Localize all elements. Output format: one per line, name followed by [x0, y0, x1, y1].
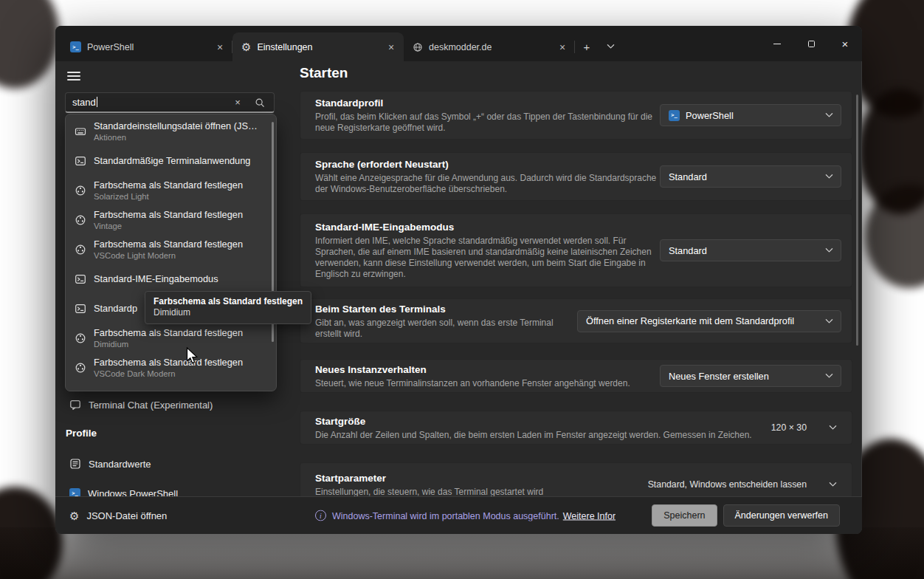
setting-row-ime: Standard-IME-Eingabemodus Informiert den… — [300, 213, 852, 287]
windows-terminal-window: >_ PowerShell × ⚙ Einstellungen × deskmo… — [55, 26, 862, 534]
open-json-button[interactable]: ⚙ JSON-Datei öffnen — [69, 510, 167, 521]
launch-parameters-expander[interactable]: Standard, Windows entscheiden lassen — [648, 479, 841, 490]
clear-search-icon[interactable]: × — [230, 95, 246, 111]
tab-label: Einstellungen — [257, 42, 312, 52]
sidebar-item-label: Terminal Chat (Experimental) — [89, 400, 213, 411]
result-title: Standardmäßige Terminalanwendung — [94, 155, 250, 167]
result-title: Standardp — [94, 303, 137, 315]
search-result[interactable]: Standardmäßige Terminalanwendung — [66, 146, 276, 176]
setting-title: Neues Instanzverhalten — [315, 363, 630, 376]
default-profile-dropdown[interactable]: >_ PowerShell — [660, 104, 841, 126]
language-dropdown[interactable]: Standard — [660, 165, 841, 188]
result-subtitle: Dimidium — [94, 339, 243, 349]
search-icon[interactable] — [252, 95, 268, 111]
chevron-down-icon — [829, 482, 837, 487]
sidebar-item-windows-powershell[interactable]: >_ Windows PowerShell — [55, 480, 288, 496]
ime-mode-dropdown[interactable]: Standard — [660, 239, 841, 261]
setting-description: Gibt an, was angezeigt werden soll, wenn… — [315, 318, 570, 340]
result-subtitle: Vintage — [94, 221, 243, 231]
result-subtitle: Solarized Light — [94, 191, 243, 202]
keyboard-icon — [75, 126, 86, 137]
search-result[interactable]: Farbschema als Standard festlegen Vintag… — [66, 205, 276, 235]
setting-title: Sprache (erfordert Neustart) — [315, 158, 660, 171]
tab-powershell[interactable]: >_ PowerShell × — [61, 32, 232, 61]
palette-icon — [75, 214, 86, 226]
search-result[interactable]: Standardeinstellungsdatei öffnen (JS… Ak… — [66, 117, 276, 146]
sidebar-item-terminal-chat[interactable]: Terminal Chat (Experimental) — [55, 391, 288, 418]
expander-value: 120 × 30 — [771, 422, 807, 433]
search-result[interactable]: Farbschema als Standard festlegen Solari… — [66, 176, 276, 205]
learn-more-link[interactable]: Weitere Infor — [563, 510, 616, 521]
nav-menu-button[interactable] — [64, 67, 83, 83]
maximize-button[interactable] — [794, 26, 828, 61]
mouse-cursor — [186, 347, 199, 368]
palette-icon — [75, 362, 86, 374]
open-json-label: JSON-Datei öffnen — [86, 510, 167, 521]
result-title: Farbschema als Standard festlegen — [94, 209, 243, 221]
terminal-icon — [75, 303, 86, 315]
tab-deskmodder[interactable]: deskmodder.de × — [404, 32, 575, 61]
chevron-down-icon — [825, 373, 833, 379]
tab-close-icon[interactable]: × — [383, 39, 399, 55]
main-scrollbar[interactable] — [856, 95, 858, 346]
result-title: Farbschema als Standard festlegen — [94, 179, 243, 191]
search-result[interactable]: Farbschema als Standard festlegen Dimidi… — [66, 323, 276, 353]
info-icon: i — [315, 510, 326, 521]
water-reflection — [0, 527, 924, 579]
gear-icon: ⚙ — [241, 41, 251, 52]
search-result[interactable]: Standard-IME-Eingabemodus — [66, 264, 276, 294]
launch-mode-dropdown[interactable]: Öffnen einer Registerkarte mit dem Stand… — [577, 310, 841, 332]
setting-title: Standardprofil — [315, 97, 660, 109]
tab-close-icon[interactable]: × — [212, 39, 228, 55]
setting-title: Standard-IME-Eingabemodus — [315, 221, 660, 233]
setting-description: Die Anzahl der Zeilen und Spalten, die b… — [315, 430, 752, 441]
search-result[interactable]: Farbschema als Standard festlegen VSCode… — [66, 353, 276, 383]
result-subtitle: Aktionen — [94, 132, 258, 143]
result-subtitle: VSCode Light Modern — [94, 250, 243, 261]
window-controls: × — [760, 26, 862, 61]
dropdown-value: Standard — [669, 245, 707, 256]
info-text: Windows-Terminal wird im portablen Modus… — [332, 510, 559, 521]
save-button[interactable]: Speichern — [652, 504, 717, 527]
setting-row-instance: Neues Instanzverhalten Steuert, wie neue… — [300, 359, 852, 393]
new-instance-dropdown[interactable]: Neues Fenster erstellen — [660, 365, 841, 387]
palette-icon — [75, 332, 86, 344]
hamburger-icon — [67, 72, 80, 73]
powershell-icon: >_ — [69, 488, 80, 497]
result-title: Farbschema als Standard festlegen — [94, 239, 243, 250]
search-input[interactable]: stand — [72, 97, 97, 108]
close-button[interactable]: × — [828, 26, 862, 61]
result-title: Farbschema als Standard festlegen — [94, 357, 243, 369]
setting-title: Startparameter — [315, 472, 543, 484]
sidebar-item-defaults[interactable]: Standardwerte — [55, 450, 288, 477]
settings-search-box[interactable]: stand × — [65, 92, 275, 113]
palette-icon — [75, 185, 86, 196]
setting-description: Einstellungen, die steuern, wie das Term… — [315, 487, 543, 497]
defaults-icon — [69, 458, 81, 470]
tab-close-icon[interactable]: × — [554, 39, 570, 55]
setting-row-startparameter: Startparameter Einstellungen, die steuer… — [300, 462, 852, 496]
tab-dropdown-button[interactable] — [599, 35, 621, 58]
launch-size-expander[interactable]: 120 × 30 — [771, 422, 841, 433]
chat-icon — [69, 399, 81, 411]
chevron-down-icon — [829, 425, 837, 431]
expander-value: Standard, Windows entscheiden lassen — [648, 479, 807, 490]
search-result[interactable]: Farbschema als Standard festlegen — [66, 383, 276, 391]
discard-changes-button[interactable]: Änderungen verwerfen — [723, 504, 840, 527]
minimize-button[interactable] — [760, 26, 794, 61]
minimize-icon — [773, 44, 781, 44]
titlebar[interactable]: >_ PowerShell × ⚙ Einstellungen × deskmo… — [55, 26, 862, 61]
tab-einstellungen[interactable]: ⚙ Einstellungen × — [232, 32, 404, 61]
search-result[interactable]: Farbschema als Standard festlegen VSCode… — [66, 235, 276, 264]
tooltip-subtitle: Dimidium — [154, 307, 303, 318]
chevron-down-icon — [607, 44, 615, 49]
gear-icon: ⚙ — [69, 510, 79, 521]
new-tab-button[interactable]: + — [576, 35, 598, 58]
terminal-icon — [75, 273, 86, 285]
chevron-down-icon — [825, 247, 833, 253]
setting-description: Informiert den IME, welche Sprache stand… — [315, 236, 660, 280]
tab-label: deskmodder.de — [429, 42, 492, 52]
dropdown-value: PowerShell — [686, 110, 734, 121]
powershell-icon: >_ — [669, 110, 680, 121]
result-title: Standardeinstellungsdatei öffnen (JS… — [94, 120, 258, 132]
